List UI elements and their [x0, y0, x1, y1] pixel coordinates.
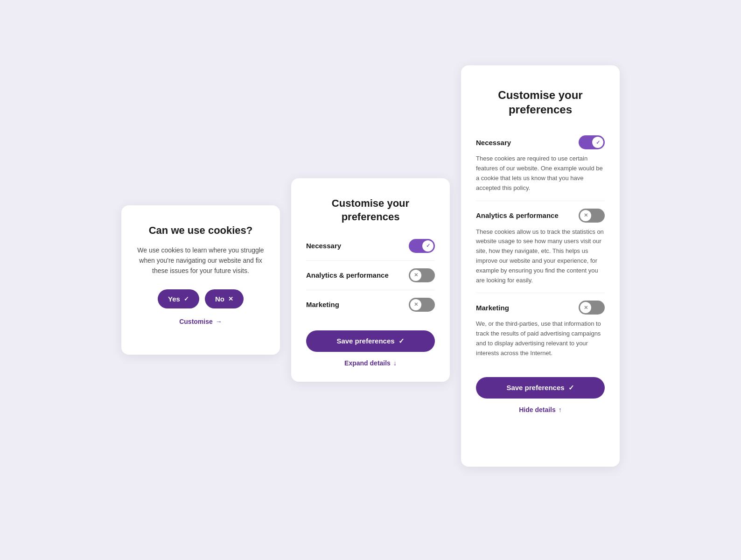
hide-up-icon: ↑: [559, 406, 562, 413]
cards-container: Can we use cookies? We use cookies to le…: [19, 93, 722, 467]
marketing-track-expanded[interactable]: ✕: [579, 301, 605, 315]
customise-card-expanded: Customise your preferences Necessary ✓ T…: [461, 65, 620, 467]
necessary-thumb-expanded: ✓: [592, 137, 603, 148]
save-check-icon-expanded: ✓: [568, 384, 574, 392]
analytics-label: Analytics & performance: [306, 271, 389, 279]
analytics-thumb-expanded: ✕: [580, 210, 591, 221]
analytics-section: Analytics & performance ✕ These cookies …: [476, 201, 605, 294]
necessary-track[interactable]: ✓: [409, 239, 435, 253]
marketing-track[interactable]: ✕: [409, 298, 435, 312]
no-x-icon: ✕: [228, 295, 233, 302]
analytics-thumb: ✕: [410, 270, 421, 281]
customise-compact-title: Customise your preferences: [306, 197, 435, 224]
no-button[interactable]: No ✕: [205, 289, 244, 308]
customise-link[interactable]: Customise →: [179, 318, 222, 325]
marketing-toggle-expanded[interactable]: ✕: [579, 301, 605, 315]
expand-down-icon: ↓: [393, 359, 397, 367]
necessary-pref-label: Necessary: [476, 139, 511, 147]
analytics-desc: These cookies allow us to track the stat…: [476, 227, 605, 286]
toggle-list-compact: Necessary ✓ Analytics & performance ✕: [306, 231, 435, 319]
consent-buttons: Yes ✓ No ✕: [158, 289, 244, 308]
analytics-track-expanded[interactable]: ✕: [579, 209, 605, 223]
marketing-desc: We, or the third-parties, use that infor…: [476, 319, 605, 358]
save-check-icon-compact: ✓: [398, 337, 405, 345]
hide-label: Hide details: [519, 406, 556, 413]
analytics-toggle-expanded[interactable]: ✕: [579, 209, 605, 223]
necessary-desc: These cookies are required to use certai…: [476, 154, 605, 193]
expand-label: Expand details: [344, 359, 391, 367]
necessary-section: Necessary ✓ These cookies are required t…: [476, 128, 605, 201]
marketing-toggle[interactable]: ✕: [409, 298, 435, 312]
analytics-toggle[interactable]: ✕: [409, 268, 435, 282]
arrow-right-icon: →: [216, 318, 222, 325]
necessary-thumb: ✓: [422, 240, 433, 252]
necessary-toggle-row: Necessary ✓: [306, 231, 435, 261]
necessary-track-expanded[interactable]: ✓: [579, 135, 605, 149]
necessary-label: Necessary: [306, 242, 341, 250]
consent-title: Can we use cookies?: [149, 224, 253, 238]
customise-label: Customise: [179, 318, 213, 325]
hide-details-link[interactable]: Hide details ↑: [476, 406, 605, 413]
marketing-thumb-expanded: ✕: [580, 302, 591, 313]
customise-card-compact: Customise your preferences Necessary ✓ A…: [291, 178, 450, 381]
marketing-label: Marketing: [306, 301, 339, 308]
analytics-track[interactable]: ✕: [409, 268, 435, 282]
customise-expanded-title: Customise your preferences: [476, 84, 605, 117]
save-label-compact: Save preferences: [336, 337, 394, 345]
analytics-toggle-row: Analytics & performance ✕: [306, 261, 435, 290]
marketing-thumb: ✕: [410, 299, 421, 310]
necessary-pref-row: Necessary ✓: [476, 135, 605, 149]
necessary-toggle[interactable]: ✓: [409, 239, 435, 253]
analytics-pref-label: Analytics & performance: [476, 211, 559, 219]
cookie-consent-card: Can we use cookies? We use cookies to le…: [121, 205, 280, 355]
yes-label: Yes: [168, 295, 180, 303]
marketing-section: Marketing ✕ We, or the third-parties, us…: [476, 293, 605, 365]
yes-button[interactable]: Yes ✓: [158, 289, 199, 308]
save-preferences-button-compact[interactable]: Save preferences ✓: [306, 330, 435, 352]
necessary-toggle-expanded[interactable]: ✓: [579, 135, 605, 149]
consent-description: We use cookies to learn where you strugg…: [136, 245, 265, 276]
no-label: No: [215, 295, 224, 303]
marketing-pref-row: Marketing ✕: [476, 301, 605, 315]
analytics-pref-row: Analytics & performance ✕: [476, 209, 605, 223]
expand-details-link[interactable]: Expand details ↓: [344, 359, 397, 367]
save-label-expanded: Save preferences: [506, 384, 564, 392]
yes-check-icon: ✓: [184, 295, 189, 302]
save-preferences-button-expanded[interactable]: Save preferences ✓: [476, 377, 605, 399]
marketing-pref-label: Marketing: [476, 304, 509, 312]
marketing-toggle-row: Marketing ✕: [306, 290, 435, 319]
